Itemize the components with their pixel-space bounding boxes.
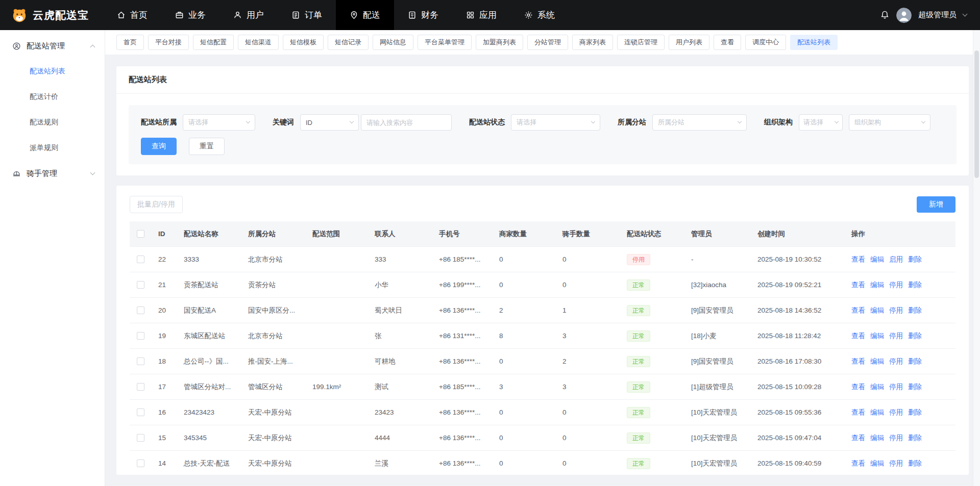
toggle-link[interactable]: 停用: [889, 331, 903, 341]
toggle-link[interactable]: 停用: [889, 408, 903, 417]
tab-item[interactable]: 短信渠道: [238, 35, 279, 50]
edit-link[interactable]: 编辑: [870, 357, 884, 366]
edit-link[interactable]: 编辑: [870, 459, 884, 468]
select-all-checkbox[interactable]: [137, 230, 144, 238]
nav-item-system[interactable]: 系统: [510, 0, 569, 30]
notification-bell-icon[interactable]: [880, 10, 890, 20]
tab-item[interactable]: 网站信息: [373, 35, 413, 50]
keyword-input[interactable]: [361, 114, 452, 131]
view-link[interactable]: 查看: [851, 255, 865, 264]
row-checkbox[interactable]: [137, 332, 144, 340]
delete-link[interactable]: 删除: [908, 255, 922, 264]
scrollbar[interactable]: [973, 30, 980, 486]
view-link[interactable]: 查看: [851, 382, 865, 392]
edit-link[interactable]: 编辑: [870, 408, 884, 417]
nav-item-delivery[interactable]: 配送: [336, 0, 394, 30]
nav-item-home[interactable]: 首页: [103, 0, 161, 30]
toggle-link[interactable]: 停用: [889, 280, 903, 290]
tab-item[interactable]: 调度中心: [745, 35, 786, 50]
tab-item[interactable]: 短信模板: [283, 35, 324, 50]
tab-item[interactable]: 短信记录: [328, 35, 369, 50]
tab-item[interactable]: 首页: [116, 35, 144, 50]
sidebar-item-delivery-pricing[interactable]: 配送计价: [0, 84, 105, 110]
tab-item[interactable]: 平台对接: [148, 35, 189, 50]
delete-link[interactable]: 删除: [908, 382, 922, 392]
tab-item[interactable]: 连锁店管理: [617, 35, 665, 50]
substation-select[interactable]: 所属分站: [652, 114, 747, 131]
delete-link[interactable]: 删除: [908, 408, 922, 417]
view-link[interactable]: 查看: [851, 280, 865, 290]
nav-item-finance[interactable]: 财务: [394, 0, 452, 30]
nav-item-business[interactable]: 业务: [161, 0, 219, 30]
view-link[interactable]: 查看: [851, 459, 865, 468]
delete-link[interactable]: 删除: [908, 306, 922, 315]
toggle-link[interactable]: 停用: [889, 357, 903, 366]
tab-item[interactable]: 平台菜单管理: [418, 35, 472, 50]
delete-link[interactable]: 删除: [908, 331, 922, 341]
toggle-link[interactable]: 停用: [889, 306, 903, 315]
edit-link[interactable]: 编辑: [870, 306, 884, 315]
nav-item-apps[interactable]: 应用: [452, 0, 510, 30]
toggle-link[interactable]: 停用: [889, 459, 903, 468]
nav-label: 应用: [479, 9, 497, 21]
cell-contact: 兰溪: [369, 451, 433, 475]
sidebar-item-station-list[interactable]: 配送站列表: [0, 59, 105, 84]
tab-item[interactable]: 用户列表: [669, 35, 709, 50]
row-checkbox[interactable]: [137, 281, 144, 289]
view-link[interactable]: 查看: [851, 306, 865, 315]
user-menu-caret-icon[interactable]: [963, 12, 968, 17]
row-checkbox[interactable]: [137, 357, 144, 365]
tab-item-active[interactable]: 配送站列表: [790, 35, 838, 50]
delete-link[interactable]: 删除: [908, 433, 922, 443]
delete-link[interactable]: 删除: [908, 280, 922, 290]
tab-item[interactable]: 短信配置: [193, 35, 234, 50]
edit-link[interactable]: 编辑: [870, 331, 884, 341]
keyword-type-select[interactable]: ID: [300, 114, 359, 131]
view-link[interactable]: 查看: [851, 357, 865, 366]
tab-item[interactable]: 分站管理: [527, 35, 568, 50]
sidebar-item-dispatch-rules[interactable]: 派单规则: [0, 135, 105, 161]
delete-link[interactable]: 删除: [908, 459, 922, 468]
edit-link[interactable]: 编辑: [870, 382, 884, 392]
row-checkbox[interactable]: [137, 459, 144, 467]
nav-item-orders[interactable]: 订单: [278, 0, 336, 30]
sidebar-group-station-management[interactable]: 配送站管理: [0, 33, 105, 59]
page-title: 配送站列表: [116, 66, 969, 94]
search-button[interactable]: 查询: [141, 138, 177, 155]
row-checkbox[interactable]: [137, 306, 144, 314]
row-checkbox[interactable]: [137, 383, 144, 391]
station-owner-select[interactable]: 请选择: [183, 114, 255, 131]
tab-item[interactable]: 商家列表: [572, 35, 613, 50]
scrollbar-thumb[interactable]: [974, 50, 979, 178]
toggle-link[interactable]: 停用: [889, 382, 903, 392]
nav-item-users[interactable]: 用户: [219, 0, 278, 30]
toggle-link[interactable]: 启用: [889, 255, 903, 264]
org-structure-select-2[interactable]: 组织架构: [849, 114, 930, 131]
edit-link[interactable]: 编辑: [870, 255, 884, 264]
current-user-name[interactable]: 超级管理员: [918, 10, 957, 20]
row-checkbox[interactable]: [137, 408, 144, 416]
avatar[interactable]: [896, 8, 912, 23]
add-button[interactable]: 新增: [917, 196, 955, 213]
batch-toggle-button[interactable]: 批量启/停用: [130, 196, 183, 213]
logo[interactable]: 云虎配送宝: [11, 7, 89, 23]
reset-button[interactable]: 重置: [189, 138, 225, 155]
edit-link[interactable]: 编辑: [870, 433, 884, 443]
toggle-link[interactable]: 停用: [889, 433, 903, 443]
sidebar-group-rider-management[interactable]: 骑手管理: [0, 161, 105, 186]
row-checkbox[interactable]: [137, 255, 144, 263]
cell-delivery-range: [306, 349, 369, 374]
delete-link[interactable]: 删除: [908, 357, 922, 366]
tab-item[interactable]: 加盟商列表: [476, 35, 523, 50]
view-link[interactable]: 查看: [851, 408, 865, 417]
edit-link[interactable]: 编辑: [870, 280, 884, 290]
view-link[interactable]: 查看: [851, 433, 865, 443]
cell-created-time: 2025-08-19 09:52:21: [751, 272, 845, 297]
org-structure-select-1[interactable]: 请选择: [799, 114, 843, 131]
station-status-select[interactable]: 请选择: [511, 114, 600, 131]
tab-item[interactable]: 查看: [714, 35, 741, 50]
cell-admin: [9]国安管理员: [685, 349, 751, 374]
view-link[interactable]: 查看: [851, 331, 865, 341]
sidebar-item-delivery-rules[interactable]: 配送规则: [0, 110, 105, 135]
row-checkbox[interactable]: [137, 434, 144, 442]
